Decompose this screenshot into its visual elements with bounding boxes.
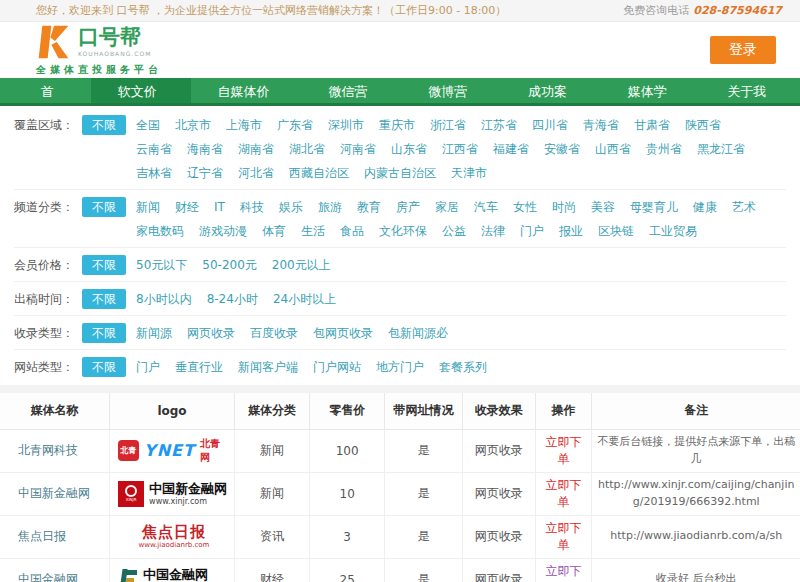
filter-selected-chip[interactable]: 不限 [82,357,126,377]
filter-option[interactable]: IT [214,195,225,219]
filter-option[interactable]: 北京市 [175,113,211,137]
filter-option[interactable]: 门户 [136,355,160,379]
filter-option[interactable]: 浙江省 [430,113,466,137]
filter-option[interactable]: 健康 [693,195,717,219]
filter-selected-chip[interactable]: 不限 [82,255,126,275]
filter-option[interactable]: 内蒙古自治区 [364,161,436,185]
filter-option[interactable]: 教育 [357,195,381,219]
filter-option[interactable]: 湖北省 [289,137,325,161]
filter-option[interactable]: 山东省 [391,137,427,161]
order-now-link[interactable]: 立即下单 [546,435,582,466]
filter-option[interactable]: 贵州省 [646,137,682,161]
filter-option[interactable]: 时尚 [552,195,576,219]
filter-option[interactable]: 公益 [442,219,466,243]
filter-option[interactable]: 甘肃省 [634,113,670,137]
filter-selected-chip[interactable]: 不限 [82,323,126,343]
filter-option[interactable]: 房产 [396,195,420,219]
filter-option[interactable]: 西藏自治区 [289,161,349,185]
filter-option[interactable]: 旅游 [318,195,342,219]
filter-option[interactable]: 云南省 [136,137,172,161]
filter-option[interactable]: 河北省 [238,161,274,185]
filter-option[interactable]: 文化环保 [379,219,427,243]
filter-option[interactable]: 百度收录 [250,321,298,345]
media-name-link[interactable]: 北青网科技 [18,443,78,457]
filter-option[interactable]: 陕西省 [685,113,721,137]
filter-option[interactable]: 福建省 [493,137,529,161]
filter-option[interactable]: 200元以上 [272,253,331,277]
order-now-link[interactable]: 立即下单 [546,478,582,509]
nav-item-0[interactable]: 首页 [14,78,91,103]
filter-option[interactable]: 法律 [481,219,505,243]
filter-option[interactable]: 江苏省 [481,113,517,137]
filter-selected-chip[interactable]: 不限 [82,115,126,135]
nav-item-4[interactable]: 微博营销 [401,78,501,103]
nav-item-7[interactable]: 关于我们 [700,78,800,103]
filter-option[interactable]: 8-24小时 [207,287,258,311]
nav-item-2[interactable]: 自媒体价格 [191,78,302,103]
filter-option[interactable]: 游戏动漫 [199,219,247,243]
media-name-link[interactable]: 焦点日报 [18,529,66,543]
filter-option[interactable]: 门户 [520,219,544,243]
filter-option[interactable]: 母婴育儿 [630,195,678,219]
nav-item-6[interactable]: 媒体学院 [601,78,701,103]
filter-option[interactable]: 娱乐 [279,195,303,219]
order-now-link[interactable]: 立即下单 [546,564,582,582]
filter-option[interactable]: 网页收录 [187,321,235,345]
filter-option[interactable]: 汽车 [474,195,498,219]
filter-option[interactable]: 重庆市 [379,113,415,137]
filter-option[interactable]: 新闻 [136,195,160,219]
filter-option[interactable]: 门户网站 [313,355,361,379]
filter-option[interactable]: 24小时以上 [273,287,336,311]
filter-option[interactable]: 四川省 [532,113,568,137]
filter-option[interactable]: 包网页收录 [313,321,373,345]
media-name-link[interactable]: 中国金融网 [18,572,78,582]
filter-selected-chip[interactable]: 不限 [82,289,126,309]
filter-option[interactable]: 青海省 [583,113,619,137]
filter-option[interactable]: 垂直行业 [175,355,223,379]
filter-option[interactable]: 深圳市 [328,113,364,137]
filter-option[interactable]: 湖南省 [238,137,274,161]
filter-option[interactable]: 50元以下 [136,253,187,277]
filter-option[interactable]: 新闻客户端 [238,355,298,379]
order-now-link[interactable]: 立即下单 [546,521,582,552]
filter-option[interactable]: 山西省 [595,137,631,161]
filter-option[interactable]: 50-200元 [202,253,257,277]
filter-option[interactable]: 科技 [240,195,264,219]
filter-option[interactable]: 工业贸易 [649,219,697,243]
filter-option[interactable]: 安徽省 [544,137,580,161]
filter-option[interactable]: 辽宁省 [187,161,223,185]
filter-option[interactable]: 地方门户 [376,355,424,379]
filter-option[interactable]: 吉林省 [136,161,172,185]
filter-option[interactable]: 江西省 [442,137,478,161]
filter-option[interactable]: 8小时以内 [136,287,192,311]
nav-item-1[interactable]: 软文价格 [91,78,191,103]
filter-option[interactable]: 全国 [136,113,160,137]
login-button[interactable]: 登录 [710,36,776,64]
filter-option[interactable]: 家电数码 [136,219,184,243]
filter-option[interactable]: 生活 [301,219,325,243]
filter-option[interactable]: 报业 [559,219,583,243]
nav-item-5[interactable]: 成功案例 [501,78,601,103]
filter-option[interactable]: 黑龙江省 [697,137,745,161]
filter-selected-chip[interactable]: 不限 [82,197,126,217]
site-logo[interactable]: 口号帮 KOUHAOBANG.COM 全媒体直投服务平台 [36,24,162,77]
filter-option[interactable]: 美容 [591,195,615,219]
filter-option[interactable]: 食品 [340,219,364,243]
filter-option[interactable]: 艺术 [732,195,756,219]
filter-option[interactable]: 财经 [175,195,199,219]
filter-options: 50元以下50-200元200元以上 [136,253,786,277]
filter-option[interactable]: 海南省 [187,137,223,161]
filter-option[interactable]: 体育 [262,219,286,243]
filter-option[interactable]: 广东省 [277,113,313,137]
filter-option[interactable]: 包新闻源必 [388,321,448,345]
filter-option[interactable]: 河南省 [340,137,376,161]
filter-option[interactable]: 上海市 [226,113,262,137]
filter-option[interactable]: 天津市 [451,161,487,185]
filter-option[interactable]: 套餐系列 [439,355,487,379]
filter-option[interactable]: 家居 [435,195,459,219]
filter-option[interactable]: 女性 [513,195,537,219]
filter-option[interactable]: 新闻源 [136,321,172,345]
media-name-link[interactable]: 中国新金融网 [18,486,90,500]
nav-item-3[interactable]: 微信营销 [302,78,402,103]
filter-option[interactable]: 区块链 [598,219,634,243]
